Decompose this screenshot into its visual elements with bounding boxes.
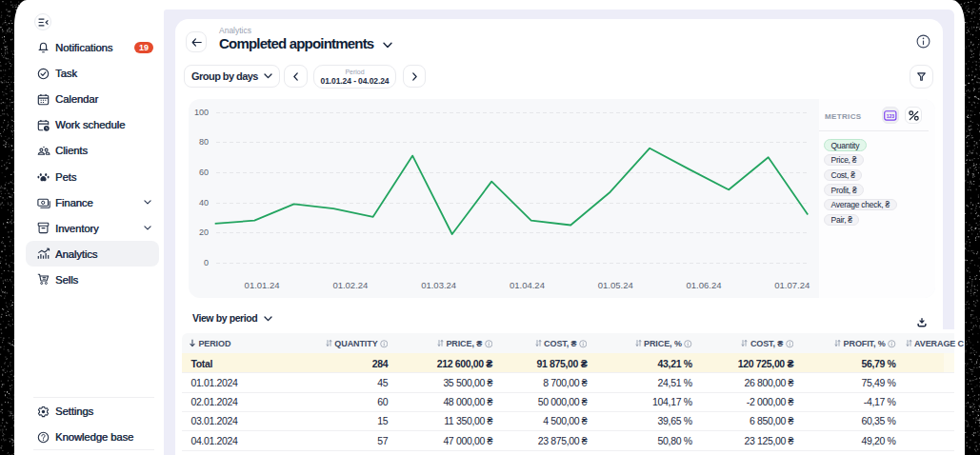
svg-text:123: 123 <box>887 112 895 118</box>
